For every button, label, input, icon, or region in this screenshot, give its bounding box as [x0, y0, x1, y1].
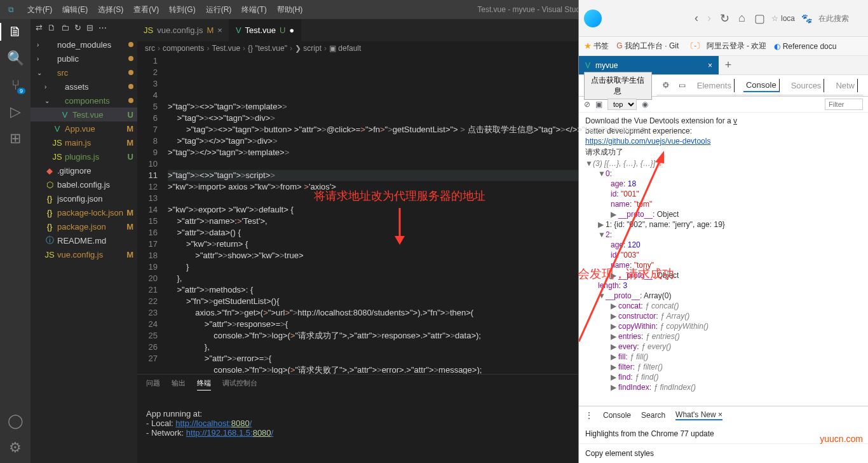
browser-toolbar: ‹ › ↻ ⌂ ▢ ☆ loca 🐾	[579, 0, 868, 37]
tree-row[interactable]: JSmain.jsM	[31, 135, 137, 149]
reload-icon[interactable]: ↻	[720, 11, 729, 25]
explorer-icon[interactable]: 🗎	[8, 24, 23, 39]
devtools-header: ⯐ ▭ ElementsConsoleSourcesNetw	[657, 76, 863, 95]
network-url[interactable]: http://192.168.1.5:	[186, 428, 253, 438]
arrow-icon	[390, 208, 416, 246]
tree-row[interactable]: VTest.vueU	[31, 107, 137, 121]
bookmark-item[interactable]: ◐ Reference docu	[774, 42, 836, 51]
panel-tab[interactable]: 调试控制台	[222, 378, 257, 390]
menu-item[interactable]: 运行(R)	[201, 4, 237, 15]
menu-item[interactable]: 终端(T)	[236, 4, 271, 15]
highlight-2: Copy element styles	[579, 443, 868, 463]
tree-row[interactable]: JSplugins.jsU	[31, 149, 137, 163]
svg-marker-1	[395, 236, 405, 245]
local-url[interactable]: http://localhost:	[175, 418, 231, 428]
collapse-icon[interactable]: ⊟	[86, 23, 93, 32]
page-content: 点击获取学生信息 ⯐ ▭ ElementsConsoleSourcesNetw	[579, 75, 868, 97]
code-lines[interactable]: 将请求地址改为代理服务器的地址 >"tag">><>>"tagn">>templ…	[168, 55, 868, 374]
drawer-tab-search[interactable]: Search	[641, 411, 665, 420]
terminal-line: App running at:	[146, 409, 202, 418]
file-tree: ›node_modules›public⌄src›assets⌄componen…	[31, 36, 137, 263]
vue-icon: V	[585, 61, 590, 70]
explorer-header: ⇄ 🗋 🗀 ↻ ⊟ ⋯	[31, 19, 137, 36]
bookmark-item[interactable]: 〔-〕 阿里云登录 - 欢迎	[686, 41, 766, 52]
tree-row[interactable]: VApp.vueM	[31, 121, 137, 135]
address-bar[interactable]: ☆ loca	[771, 14, 795, 23]
editor-tab[interactable]: VTest.vueU●	[229, 19, 301, 41]
menu-bar: 文件(F)编辑(E)选择(S)查看(V)转到(G)运行(R)终端(T)帮助(H)	[22, 4, 308, 15]
tree-row[interactable]: ⌄src	[31, 66, 137, 79]
back-icon[interactable]: ‹	[695, 11, 698, 25]
tree-row[interactable]: ›assets	[31, 79, 137, 93]
panel-tab[interactable]: 终端	[197, 378, 211, 390]
tree-row[interactable]: ⓘREADME.md	[31, 233, 137, 247]
account-icon[interactable]: ◯	[8, 413, 23, 429]
tree-row[interactable]: {}jsconfig.json	[31, 191, 137, 205]
tree-row[interactable]: ›node_modules	[31, 38, 137, 52]
explorer-sidebar: ⇄ 🗋 🗀 ↻ ⊟ ⋯ ›node_modules›public⌄src›ass…	[31, 19, 137, 463]
extensions-icon[interactable]: ⊞	[8, 131, 23, 146]
watermark: yuucn.com	[820, 434, 863, 444]
menu-item[interactable]: 选择(S)	[93, 4, 128, 15]
new-tab-button[interactable]: +	[719, 56, 738, 74]
browser-logo-icon[interactable]	[584, 10, 602, 27]
search-icon[interactable]: 🔍	[8, 51, 23, 66]
menu-item[interactable]: 转到(G)	[164, 4, 200, 15]
devtools-tab[interactable]: Elements	[695, 79, 735, 92]
search-input[interactable]	[818, 14, 863, 23]
get-student-button[interactable]: 点击获取学生信息	[584, 72, 652, 100]
panel-tab[interactable]: 输出	[172, 378, 186, 390]
settings-gear-icon[interactable]: ⚙	[8, 440, 23, 455]
drawer-tab-console[interactable]: Console	[603, 411, 631, 420]
source-control-icon[interactable]: ⑂9	[8, 78, 23, 93]
menu-item[interactable]: 查看(V)	[128, 4, 164, 15]
more-icon[interactable]: ⋯	[98, 23, 107, 32]
toggle-icon[interactable]: ⇄	[36, 23, 43, 32]
close-icon[interactable]: ×	[718, 410, 722, 419]
svg-line-2	[579, 157, 661, 342]
reader-icon[interactable]: ▢	[754, 11, 765, 25]
tree-row[interactable]: ⬡babel.config.js	[31, 177, 137, 191]
vscode-logo-icon: ⧉	[0, 5, 22, 14]
tree-row[interactable]: ⌄components	[31, 93, 137, 107]
tree-row[interactable]: {}package-lock.jsonM	[31, 205, 137, 219]
annotation-text-2: 会发现，请求成功	[578, 266, 674, 282]
run-debug-icon[interactable]: ▷	[8, 104, 23, 120]
tree-row[interactable]: {}package.jsonM	[31, 219, 137, 233]
devtools-tab[interactable]: Netw	[833, 79, 858, 92]
new-folder-icon[interactable]: 🗀	[61, 23, 69, 32]
refresh-icon[interactable]: ↻	[74, 23, 81, 32]
star-icon[interactable]: ☆	[771, 14, 778, 23]
tree-row[interactable]: ›public	[31, 52, 137, 66]
line-gutter: 1234567891011121314151617181920212223242…	[137, 55, 168, 374]
menu-item[interactable]: 帮助(H)	[272, 4, 308, 15]
activity-bar: 🗎 🔍 ⑂9 ▷ ⊞ ◯ ⚙	[0, 19, 31, 463]
svg-marker-3	[655, 151, 664, 163]
drawer-menu-icon[interactable]: ⋮	[585, 411, 593, 420]
home-icon[interactable]: ⌂	[738, 11, 745, 25]
inspect-icon[interactable]: ⯐	[662, 81, 670, 90]
devtools-tab[interactable]: Console	[743, 79, 780, 92]
code-editor[interactable]: 1234567891011121314151617181920212223242…	[137, 55, 868, 374]
tree-row[interactable]: JSvue.config.jsM	[31, 247, 137, 261]
arrow-icon-2	[579, 144, 674, 348]
editor-tab[interactable]: JSvue.config.jsM×	[137, 19, 229, 41]
devtools-tab[interactable]: Sources	[789, 79, 825, 92]
bookmark-item[interactable]: ★ 书签	[584, 41, 609, 52]
bookmarks-bar: ★ 书签G 我的工作台 · Git〔-〕 阿里云登录 - 欢迎◐ Referen…	[579, 37, 868, 56]
annotation-text-1: 将请求地址改为代理服务器的地址	[314, 190, 485, 202]
close-icon[interactable]: ×	[217, 25, 222, 35]
panel-tab[interactable]: 问题	[146, 378, 160, 390]
device-icon[interactable]: ▭	[679, 81, 686, 90]
menu-item[interactable]: 编辑(E)	[57, 4, 93, 15]
tab-close-icon[interactable]: ×	[708, 61, 712, 70]
drawer-tab-whatsnew[interactable]: What's New ×	[675, 410, 722, 420]
menu-item[interactable]: 文件(F)	[22, 4, 57, 15]
new-file-icon[interactable]: 🗋	[48, 23, 56, 32]
forward-icon[interactable]: ›	[707, 11, 711, 25]
bookmark-item[interactable]: G 我的工作台 · Git	[616, 41, 679, 52]
tree-row[interactable]: ◆.gitignore	[31, 163, 137, 177]
